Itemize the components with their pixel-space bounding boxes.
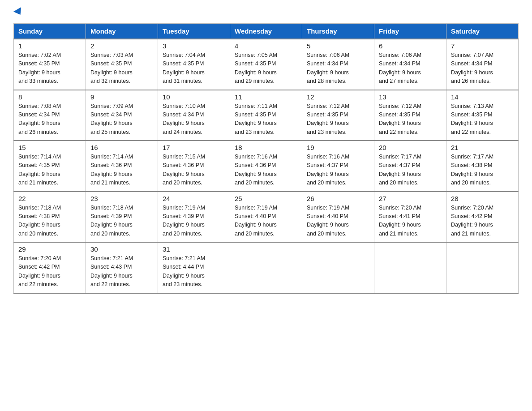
day-number: 16 [90,144,153,151]
calendar-week-row: 29 Sunrise: 7:20 AMSunset: 4:42 PMDaylig… [14,242,519,293]
day-info: Sunrise: 7:13 AMSunset: 4:35 PMDaylight:… [451,103,493,135]
calendar-cell: 20 Sunrise: 7:17 AMSunset: 4:37 PMDaylig… [374,141,446,192]
calendar-cell: 16 Sunrise: 7:14 AMSunset: 4:36 PMDaylig… [86,141,158,192]
calendar-table: SundayMondayTuesdayWednesdayThursdayFrid… [13,23,519,294]
calendar-week-row: 15 Sunrise: 7:14 AMSunset: 4:35 PMDaylig… [14,141,519,192]
calendar-cell: 14 Sunrise: 7:13 AMSunset: 4:35 PMDaylig… [446,90,519,141]
logo-triangle-icon [13,7,24,17]
day-info: Sunrise: 7:10 AMSunset: 4:34 PMDaylight:… [163,103,205,135]
logo [13,9,23,15]
day-info: Sunrise: 7:20 AMSunset: 4:42 PMDaylight:… [451,205,493,237]
day-number: 22 [18,195,81,202]
calendar-cell: 2 Sunrise: 7:03 AMSunset: 4:35 PMDayligh… [86,39,158,90]
calendar-cell: 19 Sunrise: 7:16 AMSunset: 4:37 PMDaylig… [302,141,374,192]
calendar-cell: 18 Sunrise: 7:16 AMSunset: 4:36 PMDaylig… [230,141,302,192]
calendar-cell: 7 Sunrise: 7:07 AMSunset: 4:34 PMDayligh… [446,39,519,90]
day-info: Sunrise: 7:12 AMSunset: 4:35 PMDaylight:… [307,103,349,135]
day-number: 6 [379,42,442,50]
calendar-cell: 8 Sunrise: 7:08 AMSunset: 4:34 PMDayligh… [14,90,86,141]
day-number: 15 [18,144,81,151]
day-number: 18 [235,144,297,151]
calendar-week-row: 8 Sunrise: 7:08 AMSunset: 4:34 PMDayligh… [14,90,519,141]
calendar-cell: 13 Sunrise: 7:12 AMSunset: 4:35 PMDaylig… [374,90,446,141]
day-info: Sunrise: 7:19 AMSunset: 4:40 PMDaylight:… [235,205,277,237]
day-number: 11 [235,93,297,101]
day-number: 13 [379,93,442,101]
day-number: 29 [18,245,81,253]
calendar-week-row: 22 Sunrise: 7:18 AMSunset: 4:38 PMDaylig… [14,192,519,243]
day-info: Sunrise: 7:08 AMSunset: 4:34 PMDaylight:… [18,103,61,135]
day-info: Sunrise: 7:02 AMSunset: 4:35 PMDaylight:… [18,52,61,84]
day-info: Sunrise: 7:19 AMSunset: 4:40 PMDaylight:… [307,205,349,237]
day-number: 8 [18,93,81,101]
weekday-header-monday: Monday [86,24,158,39]
day-number: 19 [307,144,369,151]
calendar-cell: 21 Sunrise: 7:17 AMSunset: 4:38 PMDaylig… [446,141,519,192]
day-number: 5 [307,42,369,50]
day-info: Sunrise: 7:09 AMSunset: 4:34 PMDaylight:… [90,103,133,135]
day-info: Sunrise: 7:20 AMSunset: 4:42 PMDaylight:… [18,255,61,287]
day-info: Sunrise: 7:18 AMSunset: 4:38 PMDaylight:… [18,205,61,237]
day-number: 26 [307,195,369,202]
weekday-header-sunday: Sunday [14,24,86,39]
calendar-cell: 29 Sunrise: 7:20 AMSunset: 4:42 PMDaylig… [14,242,86,293]
day-info: Sunrise: 7:11 AMSunset: 4:35 PMDaylight:… [235,103,277,135]
day-info: Sunrise: 7:06 AMSunset: 4:34 PMDaylight:… [307,52,349,84]
day-info: Sunrise: 7:20 AMSunset: 4:41 PMDaylight:… [379,205,421,237]
day-number: 4 [235,42,297,50]
day-number: 24 [163,195,225,202]
day-info: Sunrise: 7:04 AMSunset: 4:35 PMDaylight:… [163,52,205,84]
weekday-header-tuesday: Tuesday [158,24,230,39]
calendar-cell: 17 Sunrise: 7:15 AMSunset: 4:36 PMDaylig… [158,141,230,192]
day-number: 3 [163,42,225,50]
day-info: Sunrise: 7:15 AMSunset: 4:36 PMDaylight:… [163,154,205,186]
day-info: Sunrise: 7:21 AMSunset: 4:43 PMDaylight:… [90,255,133,287]
day-info: Sunrise: 7:03 AMSunset: 4:35 PMDaylight:… [90,52,133,84]
day-number: 27 [379,195,442,202]
calendar-cell [302,242,374,293]
calendar-cell [230,242,302,293]
calendar-cell [446,242,519,293]
calendar-cell: 23 Sunrise: 7:18 AMSunset: 4:39 PMDaylig… [86,192,158,243]
weekday-header-wednesday: Wednesday [230,24,302,39]
day-number: 17 [163,144,225,151]
day-number: 10 [163,93,225,101]
day-number: 14 [451,93,514,101]
day-info: Sunrise: 7:17 AMSunset: 4:38 PMDaylight:… [451,154,493,186]
day-number: 28 [451,195,514,202]
calendar-cell: 1 Sunrise: 7:02 AMSunset: 4:35 PMDayligh… [14,39,86,90]
calendar-cell: 11 Sunrise: 7:11 AMSunset: 4:35 PMDaylig… [230,90,302,141]
day-number: 7 [451,42,514,50]
weekday-header-thursday: Thursday [302,24,374,39]
calendar-cell [374,242,446,293]
day-info: Sunrise: 7:14 AMSunset: 4:36 PMDaylight:… [90,154,133,186]
day-number: 2 [90,42,153,50]
day-info: Sunrise: 7:06 AMSunset: 4:34 PMDaylight:… [379,52,421,84]
calendar-cell: 30 Sunrise: 7:21 AMSunset: 4:43 PMDaylig… [86,242,158,293]
calendar-cell: 6 Sunrise: 7:06 AMSunset: 4:34 PMDayligh… [374,39,446,90]
day-info: Sunrise: 7:16 AMSunset: 4:37 PMDaylight:… [307,154,349,186]
day-number: 25 [235,195,297,202]
calendar-week-row: 1 Sunrise: 7:02 AMSunset: 4:35 PMDayligh… [14,39,519,90]
calendar-header-row: SundayMondayTuesdayWednesdayThursdayFrid… [14,24,519,39]
day-number: 12 [307,93,369,101]
day-number: 1 [18,42,81,50]
day-info: Sunrise: 7:05 AMSunset: 4:35 PMDaylight:… [235,52,277,84]
calendar-cell: 12 Sunrise: 7:12 AMSunset: 4:35 PMDaylig… [302,90,374,141]
day-info: Sunrise: 7:14 AMSunset: 4:35 PMDaylight:… [18,154,61,186]
calendar-cell: 4 Sunrise: 7:05 AMSunset: 4:35 PMDayligh… [230,39,302,90]
day-info: Sunrise: 7:18 AMSunset: 4:39 PMDaylight:… [90,205,133,237]
day-info: Sunrise: 7:12 AMSunset: 4:35 PMDaylight:… [379,103,421,135]
calendar-cell: 28 Sunrise: 7:20 AMSunset: 4:42 PMDaylig… [446,192,519,243]
calendar-cell: 22 Sunrise: 7:18 AMSunset: 4:38 PMDaylig… [14,192,86,243]
weekday-header-friday: Friday [374,24,446,39]
day-number: 30 [90,245,153,253]
day-number: 20 [379,144,442,151]
day-info: Sunrise: 7:16 AMSunset: 4:36 PMDaylight:… [235,154,277,186]
day-number: 9 [90,93,153,101]
calendar-cell: 31 Sunrise: 7:21 AMSunset: 4:44 PMDaylig… [158,242,230,293]
day-info: Sunrise: 7:17 AMSunset: 4:37 PMDaylight:… [379,154,421,186]
weekday-header-saturday: Saturday [446,24,519,39]
calendar-cell: 10 Sunrise: 7:10 AMSunset: 4:34 PMDaylig… [158,90,230,141]
calendar-cell: 25 Sunrise: 7:19 AMSunset: 4:40 PMDaylig… [230,192,302,243]
